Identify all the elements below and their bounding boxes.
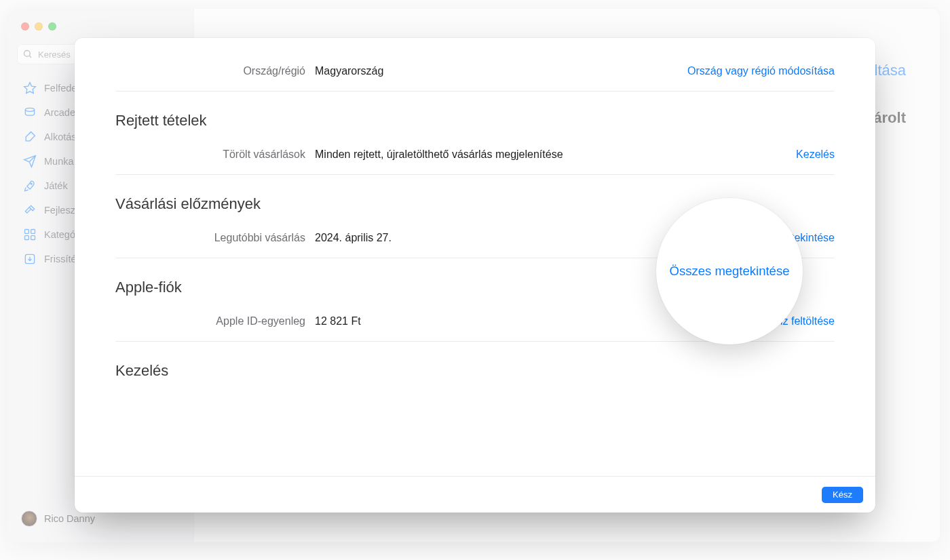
svg-point-3 (25, 108, 34, 111)
last-purchase-label: Legutóbbi vásárlás (115, 232, 315, 244)
zoom-window-button[interactable] (48, 22, 56, 31)
magnifier-callout: Összes megtekintése (656, 198, 803, 344)
section-hidden-items: Rejtett tételek (115, 112, 835, 129)
rocket-icon (22, 179, 37, 193)
sidebar-item-label: Munka (44, 156, 74, 167)
svg-rect-6 (31, 230, 35, 234)
svg-rect-5 (25, 230, 29, 234)
sidebar-user-name: Rico Danny (44, 513, 95, 524)
star-icon (22, 81, 37, 95)
download-icon (22, 252, 37, 266)
apple-id-balance-label: Apple ID-egyenleg (115, 315, 315, 327)
change-country-region-link[interactable]: Ország vagy régió módosítása (687, 65, 835, 77)
svg-rect-7 (25, 236, 29, 240)
section-manage: Kezelés (115, 362, 835, 380)
magnifier-text: Összes megtekintése (670, 264, 790, 279)
divider (115, 91, 835, 92)
arcade-icon (22, 106, 37, 119)
svg-rect-8 (31, 236, 35, 240)
grid-icon (22, 228, 37, 241)
row-deleted-purchases: Törölt vásárlások Minden rejtett, újrale… (115, 139, 835, 170)
traffic-lights (21, 22, 56, 31)
svg-point-0 (24, 51, 31, 57)
search-icon (22, 49, 33, 59)
deleted-purchases-label: Törölt vásárlások (115, 148, 315, 161)
row-country-region: Ország/régió Magyarország Ország vagy ré… (115, 56, 835, 87)
divider (115, 174, 835, 175)
sidebar-item-label: Arcade (44, 107, 75, 118)
done-button[interactable]: Kész (822, 487, 863, 503)
avatar (21, 511, 37, 527)
country-region-value: Magyarország (315, 65, 687, 77)
svg-line-1 (29, 56, 31, 58)
sidebar-item-label: Alkotás (44, 132, 77, 142)
hammer-icon (22, 203, 37, 217)
deleted-purchases-value: Minden rejtett, újraletölthető vásárlás … (315, 148, 796, 161)
brush-icon (22, 130, 37, 144)
svg-point-4 (31, 183, 32, 184)
country-region-label: Ország/régió (115, 65, 315, 77)
paper-plane-icon (22, 155, 37, 168)
svg-marker-2 (24, 83, 36, 94)
modal-footer: Kész (75, 476, 875, 513)
manage-hidden-link[interactable]: Kezelés (796, 148, 835, 161)
close-window-button[interactable] (21, 22, 29, 31)
minimize-window-button[interactable] (35, 22, 43, 31)
sidebar-item-label: Játék (44, 180, 68, 191)
